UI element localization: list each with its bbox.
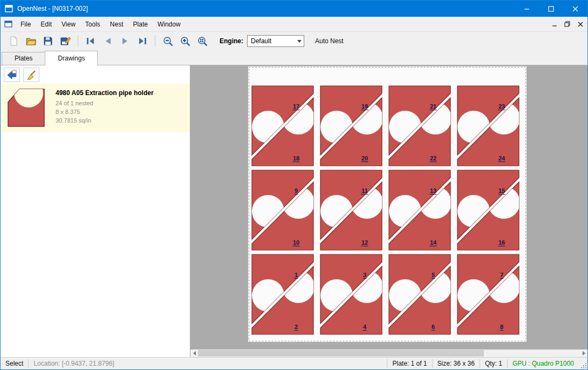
part-number: 14 [430,239,437,246]
mdi-close-icon [578,22,583,27]
part-number: 4 [363,324,367,330]
mdi-close-button[interactable] [575,19,586,29]
menu-edit[interactable]: Edit [36,18,57,31]
scrollbar-track[interactable] [484,349,580,357]
part-number: 12 [361,239,368,246]
menu-view[interactable]: View [57,18,80,31]
toolbar-separator [155,35,155,47]
previous-plate-button[interactable] [99,33,117,49]
scrollbar-thumb[interactable] [198,350,484,356]
status-location: Location: [-0.9437, 21.8796] [29,360,119,367]
zoom-out-icon [162,36,174,47]
drawing-area: 30.7815 sq/in [56,116,154,125]
resize-grip[interactable] [579,358,587,369]
status-plate-count: Plate: 1 of 1 [387,360,432,367]
part-number: 22 [430,155,436,162]
scroll-right-icon [583,351,585,355]
zoom-fit-icon [197,36,208,47]
resize-grip-icon [580,362,587,369]
part-number: 5 [432,272,435,278]
part-number: 17 [293,103,299,110]
status-gpu: GPU : Quadro P1000 [508,360,579,367]
part-number: 10 [293,239,299,246]
open-folder-icon [25,36,37,46]
chevron-down-icon [297,40,302,43]
drawing-item-text: 4980 A05 Extraction pipe holder 24 of 1 … [56,87,154,129]
maximize-button[interactable] [539,1,563,17]
last-arrow-icon [136,36,148,46]
minimize-button[interactable] [515,1,539,17]
main-toolbar: Engine: Default Auto Nest [1,31,587,50]
part-thumbnail [5,87,48,129]
engine-label: Engine: [220,37,243,45]
scroll-left-icon [193,351,196,355]
part-number: 13 [430,187,436,194]
first-plate-button[interactable] [82,33,99,49]
status-plate-size: Size: 36 x 36 [433,360,480,367]
part-number: 19 [361,103,368,110]
scroll-right-button[interactable] [580,349,587,357]
menu-tools[interactable]: Tools [80,18,105,31]
back-to-plates-button[interactable] [4,68,20,82]
zoom-fit-button[interactable] [194,33,211,49]
blue-arrow-icon [6,69,17,80]
zoom-in-icon [180,36,191,47]
tab-plates[interactable]: Plates [2,52,45,65]
save-button[interactable] [39,33,57,49]
status-mode: Select [1,360,28,367]
new-file-icon [8,36,19,46]
engine-selected-value: Default [248,37,295,45]
drawing-list-item[interactable]: 4980 A05 Extraction pipe holder 24 of 1 … [1,84,190,132]
last-plate-button[interactable] [134,33,151,49]
part-number: 8 [500,324,503,330]
horizontal-scrollbar[interactable] [190,349,587,357]
clear-nesting-button[interactable] [23,68,39,82]
broom-icon [26,69,37,80]
part-number: 18 [293,155,299,162]
part-number: 3 [363,272,366,278]
part-number: 16 [498,239,505,246]
engine-select[interactable]: Default [247,35,304,47]
menubar: File Edit View Tools Nest Plate Window [1,17,587,31]
maximize-icon [548,6,554,12]
save-as-button[interactable] [57,33,74,49]
close-icon [572,6,578,12]
drawing-nested-count: 24 of 1 nested [56,99,154,107]
next-arrow-icon [119,36,131,46]
window-title: OpenNest - [N0317-002] [17,5,88,12]
next-plate-button[interactable] [117,33,134,49]
part-number: 24 [498,155,505,162]
scroll-left-button[interactable] [190,349,198,357]
mdi-restore-button[interactable] [562,19,573,29]
engine-dropdown-button[interactable] [295,36,304,46]
part-number: 7 [500,272,503,278]
document-window-icon [4,21,12,28]
plate[interactable]: 171819202122232491011121314151612345678 [248,66,527,342]
menu-window[interactable]: Window [153,18,186,31]
nesting-canvas[interactable]: 171819202122232491011121314151612345678 [190,65,587,357]
open-button[interactable] [22,33,39,49]
zoom-in-button[interactable] [176,33,194,49]
previous-arrow-icon [102,36,114,46]
part-shape-icon [6,88,46,129]
mdi-minimize-button[interactable] [549,19,560,29]
minimize-icon [524,6,530,12]
menu-nest[interactable]: Nest [105,18,128,31]
menu-file[interactable]: File [16,18,36,31]
part-number: 23 [498,103,505,110]
save-icon [43,36,53,46]
close-button[interactable] [563,1,587,17]
part-number: 15 [498,187,505,194]
part-number: 2 [295,324,298,330]
drawing-title: 4980 A05 Extraction pipe holder [56,89,154,97]
drawings-panel: 4980 A05 Extraction pipe holder 24 of 1 … [1,65,190,357]
mdi-minimize-icon [552,22,557,27]
statusbar: Select Location: [-0.9437, 21.8796] Plat… [1,357,587,369]
zoom-out-button[interactable] [159,33,176,49]
part-number: 9 [295,187,298,194]
drawings-panel-toolbar [1,65,190,84]
new-button[interactable] [5,33,22,49]
auto-nest-button[interactable]: Auto Nest [315,37,344,45]
menu-plate[interactable]: Plate [128,18,153,31]
tab-drawings[interactable]: Drawings [45,51,98,65]
